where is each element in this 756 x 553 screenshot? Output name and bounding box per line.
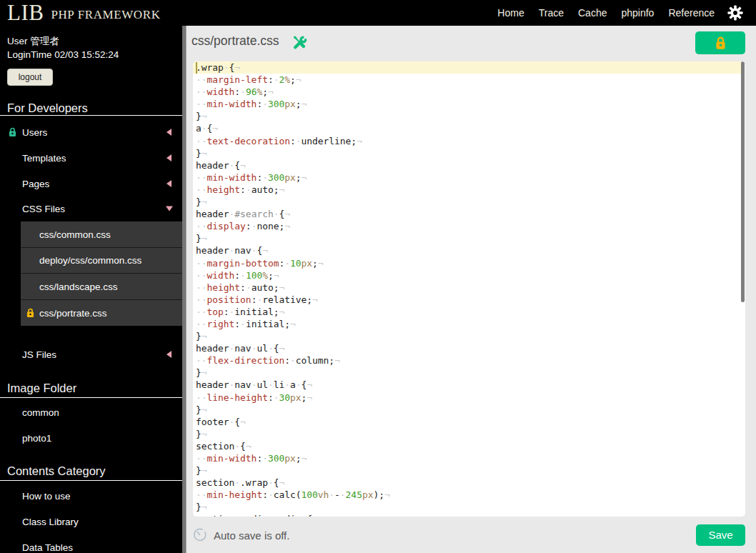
- code-line: }¬: [196, 232, 735, 244]
- sidebar-item-js-files[interactable]: JS Files: [0, 342, 182, 367]
- submenu-item-css-landscape-css[interactable]: css/landscape.css: [21, 274, 182, 300]
- code-line: }¬: [196, 330, 735, 342]
- divider: [0, 480, 182, 481]
- sidebar-item-photo1[interactable]: photo1: [0, 425, 182, 451]
- submenu-item-label: deploy/css/common.css: [39, 255, 141, 266]
- submenu-item-css-common-css[interactable]: css/common.css: [21, 221, 182, 248]
- code-line: ··min-width:·300px;¬: [196, 98, 735, 110]
- gear-icon[interactable]: [727, 5, 743, 21]
- submenu-item-css-portrate-css[interactable]: css/portrate.css: [21, 300, 182, 327]
- code-line: header·nav·{¬: [196, 244, 735, 256]
- code-line: a·{¬: [196, 122, 735, 134]
- nav-item-home[interactable]: Home: [497, 0, 524, 26]
- sidebar-item-templates[interactable]: Templates: [0, 145, 182, 171]
- top-nav: HomeTraceCachephpinfoReference: [483, 0, 715, 26]
- image-folder-heading: Image Folder: [7, 382, 76, 395]
- nav-item-reference[interactable]: Reference: [668, 0, 715, 26]
- sidebar: User 管理者 LoginTime 02/03 15:52:24 logout…: [0, 0, 182, 553]
- top-bar: LIBPHP FRAMEWORK HomeTraceCachephpinfoRe…: [0, 0, 756, 26]
- developers-heading: For Developers: [7, 101, 88, 115]
- sidebar-item-label: Pages: [22, 178, 49, 189]
- code-line: ··display:·none;¬: [196, 220, 735, 232]
- code-line: }¬: [196, 110, 735, 122]
- divider: [0, 397, 182, 398]
- code-line: .wrap·{¬: [196, 61, 735, 74]
- code-line: ··top:·initial;¬: [196, 306, 735, 318]
- sidebar-item-label: How to use: [22, 490, 71, 501]
- chevron-left-icon: [166, 129, 171, 136]
- css-files-submenu: css/common.cssdeploy/css/common.csscss/l…: [21, 221, 182, 326]
- code-line: section·{¬: [196, 440, 735, 452]
- autosave-status-text: Auto save is off.: [214, 529, 289, 542]
- code-line: ··margin-bottom:·10px;¬: [196, 257, 735, 269]
- chevron-down-icon: [166, 206, 173, 211]
- code-line: header·nav·ul·{¬: [196, 342, 735, 354]
- submenu-item-label: css/landscape.css: [39, 281, 118, 292]
- sidebar-item-label: common: [22, 407, 59, 418]
- sidebar-item-common[interactable]: common: [0, 399, 182, 425]
- code-line: }¬: [196, 367, 735, 379]
- nav-item-trace[interactable]: Trace: [539, 0, 564, 26]
- sidebar-item-label: JS Files: [22, 349, 56, 359]
- submenu-item-deploy-css-common-css[interactable]: deploy/css/common.css: [21, 248, 182, 274]
- sidebar-item-label: Templates: [22, 152, 66, 163]
- chevron-left-icon: [166, 154, 171, 161]
- code-line: ··width:·96%;¬: [196, 86, 735, 98]
- code-line: ··flex-direction:·column;¬: [196, 354, 735, 367]
- sidebar-scrollbar[interactable]: [182, 26, 186, 553]
- nav-item-phpinfo[interactable]: phpinfo: [621, 0, 654, 26]
- code-line: ··height:·auto;¬: [196, 282, 735, 294]
- login-time-label: LoginTime 02/03 15:52:24: [7, 49, 119, 60]
- lock-icon: [9, 127, 16, 137]
- code-line: }¬: [196, 464, 735, 477]
- lock-icon: [26, 308, 34, 318]
- chevron-left-icon: [166, 180, 171, 187]
- code-line: }¬: [196, 428, 735, 440]
- divider: [0, 115, 182, 116]
- editor-scrollbar-thumb[interactable]: [741, 61, 745, 302]
- chevron-left-icon: [166, 351, 171, 358]
- code-line: header·nav·ul·li·a·{¬: [196, 379, 735, 391]
- sidebar-item-how-to-use[interactable]: How to use: [0, 483, 182, 509]
- sidebar-item-css-files[interactable]: CSS Files: [0, 196, 182, 221]
- sidebar-item-users[interactable]: Users: [0, 119, 182, 145]
- code-line: ··width:·100%;¬: [196, 269, 735, 282]
- submenu-item-label: css/common.css: [39, 229, 111, 239]
- lock-icon: [715, 36, 726, 50]
- logo: LIBPHP FRAMEWORK: [7, 0, 161, 26]
- logo-main: LIB: [7, 0, 44, 25]
- code-line: }¬: [196, 404, 735, 416]
- logout-button[interactable]: logout: [7, 69, 53, 86]
- code-line: ··min-width:·300px;¬: [196, 452, 735, 464]
- code-line: section·.wrap·{¬: [196, 477, 735, 489]
- code-line: section·>·div·>·div·{¬: [196, 513, 735, 517]
- code-line: ··margin-left:·2%;¬: [196, 74, 735, 86]
- contents-category-heading: Contents Category: [7, 464, 106, 478]
- sidebar-item-pages[interactable]: Pages: [0, 171, 182, 196]
- sidebar-item-label: photo1: [22, 433, 51, 444]
- code-line: header·#search·{¬: [196, 208, 735, 220]
- code-line: ··right:·initial;¬: [196, 318, 735, 330]
- lock-button[interactable]: [695, 31, 745, 54]
- code-line: }¬: [196, 147, 735, 159]
- code-line: ··min-height:·calc(100vh·-·245px);¬: [196, 489, 735, 501]
- code-line: ··text-decoration:·underline;¬: [196, 135, 735, 147]
- code-line: }¬: [196, 501, 735, 513]
- code-editor[interactable]: .wrap·{¬··margin-left:·2%;¬··width:·96%;…: [193, 61, 745, 517]
- code-content: .wrap·{¬··margin-left:·2%;¬··width:·96%;…: [196, 61, 735, 517]
- page-title: css/portrate.css: [192, 34, 279, 49]
- sidebar-item-label: Class Library: [22, 517, 79, 527]
- sidebar-item-label: CSS Files: [22, 204, 65, 214]
- code-line: ··line-height:·30px;¬: [196, 392, 735, 404]
- sidebar-item-data-tables[interactable]: Data Tables: [0, 534, 182, 553]
- code-line: ··height:·auto;¬: [196, 184, 735, 196]
- sidebar-item-class-library[interactable]: Class Library: [0, 509, 182, 534]
- tools-icon[interactable]: [292, 34, 308, 50]
- code-line: }¬: [196, 196, 735, 208]
- nav-item-cache[interactable]: Cache: [578, 0, 607, 26]
- code-line: footer·{¬: [196, 416, 735, 428]
- submenu-item-label: css/portrate.css: [39, 308, 107, 319]
- save-button[interactable]: Save: [696, 524, 745, 546]
- code-line: ··position:·relative;¬: [196, 294, 735, 306]
- autosave-clock-icon: [193, 528, 207, 542]
